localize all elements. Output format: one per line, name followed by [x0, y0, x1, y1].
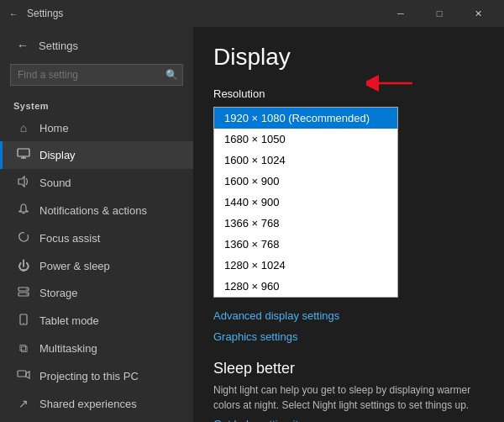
svg-point-7 [26, 293, 28, 295]
close-button[interactable]: ✕ [459, 0, 497, 27]
resolution-heading: Resolution [213, 87, 484, 100]
resolution-option-4[interactable]: 1440 × 900 [214, 192, 397, 213]
back-button[interactable]: ← [7, 7, 20, 20]
sleep-title: Sleep better [213, 360, 484, 377]
svg-marker-3 [18, 177, 24, 187]
sidebar-item-focus[interactable]: Focus assist [0, 224, 193, 252]
display-icon [16, 148, 31, 162]
sidebar-item-label: Storage [39, 287, 78, 299]
page-title: Display [213, 44, 484, 71]
svg-rect-0 [18, 149, 29, 156]
storage-icon [16, 286, 31, 300]
sidebar-item-label: Tablet mode [39, 314, 99, 327]
window-controls: ─ □ ✕ [381, 0, 497, 27]
resolution-option-1[interactable]: 1680 × 1050 [214, 129, 397, 150]
sidebar-item-label: Notifications & actions [39, 204, 147, 217]
sleep-description: Night light can help you get to sleep by… [213, 382, 484, 413]
advanced-display-link[interactable]: Advanced display settings [213, 309, 339, 322]
sidebar-item-label: Sound [39, 177, 71, 189]
resolution-option-7[interactable]: 1280 × 1024 [214, 255, 397, 276]
sleep-help-link[interactable]: Get help setting it up [213, 418, 313, 422]
shared-icon: ↗ [16, 397, 31, 410]
resolution-option-5[interactable]: 1366 × 768 [214, 213, 397, 234]
svg-point-6 [26, 288, 28, 290]
sidebar-item-label: Display [39, 149, 76, 161]
svg-point-9 [23, 323, 24, 324]
graphics-settings-link[interactable]: Graphics settings [213, 330, 297, 343]
sidebar-item-sound[interactable]: Sound [0, 169, 193, 197]
resolution-option-2[interactable]: 1600 × 1024 [214, 150, 397, 171]
multitasking-icon: ⧉ [16, 341, 31, 356]
sidebar-item-label: Focus assist [39, 232, 100, 245]
projecting-icon [16, 369, 31, 383]
app-title: Settings [27, 8, 63, 19]
sidebar-item-display[interactable]: Display [0, 141, 193, 169]
tablet-icon [16, 314, 31, 328]
main-content: Display Resolution 1920 × 1080 (Recommen… [193, 27, 504, 422]
title-bar: ← Settings ─ □ ✕ [0, 0, 504, 27]
sidebar: ← Settings 🔍 System ⌂ Home Display [0, 27, 193, 422]
home-icon: ⌂ [16, 121, 31, 135]
sleep-section: Sleep better Night light can help you ge… [213, 360, 484, 422]
app-container: ← Settings 🔍 System ⌂ Home Display [0, 27, 504, 422]
resolution-option-8[interactable]: 1280 × 960 [214, 276, 397, 297]
sidebar-item-shared[interactable]: ↗ Shared experiences [0, 390, 193, 417]
svg-rect-10 [18, 371, 26, 377]
minimize-button[interactable]: ─ [381, 0, 420, 27]
title-bar-controls: ← [7, 7, 20, 20]
sidebar-header: ← Settings [0, 27, 193, 61]
maximize-button[interactable]: □ [420, 0, 459, 27]
resolution-option-0[interactable]: 1920 × 1080 (Recommended) [214, 108, 397, 129]
sidebar-item-storage[interactable]: Storage [0, 279, 193, 307]
sidebar-item-label: Power & sleep [39, 260, 110, 272]
sound-icon [16, 176, 31, 190]
sidebar-item-label: Multitasking [39, 342, 97, 355]
search-box: 🔍 [10, 64, 183, 86]
sidebar-item-projecting[interactable]: Projecting to this PC [0, 362, 193, 390]
search-input[interactable] [10, 64, 183, 86]
resolution-section: Resolution 1920 × 1080 (Recommended) 168… [213, 87, 484, 298]
resolution-option-3[interactable]: 1600 × 900 [214, 171, 397, 192]
sidebar-item-tablet[interactable]: Tablet mode [0, 307, 193, 335]
resolution-dropdown[interactable]: 1920 × 1080 (Recommended) 1680 × 1050 16… [213, 107, 398, 298]
sidebar-item-label: Projecting to this PC [39, 370, 139, 382]
resolution-option-6[interactable]: 1360 × 768 [214, 234, 397, 255]
sidebar-title: Settings [39, 40, 78, 52]
system-section-label: System [0, 96, 193, 114]
sidebar-item-home[interactable]: ⌂ Home [0, 114, 193, 141]
sidebar-back-button[interactable]: ← [13, 37, 32, 54]
sidebar-item-notifications[interactable]: Notifications & actions [0, 197, 193, 224]
sidebar-item-label: Shared experiences [39, 398, 137, 410]
sidebar-item-multitasking[interactable]: ⧉ Multitasking [0, 335, 193, 362]
power-icon: ⏻ [16, 259, 31, 272]
focus-icon [16, 231, 31, 245]
notifications-icon [16, 203, 31, 218]
sidebar-item-power[interactable]: ⏻ Power & sleep [0, 252, 193, 279]
sidebar-item-label: Home [39, 122, 69, 135]
search-icon: 🔍 [165, 69, 178, 81]
